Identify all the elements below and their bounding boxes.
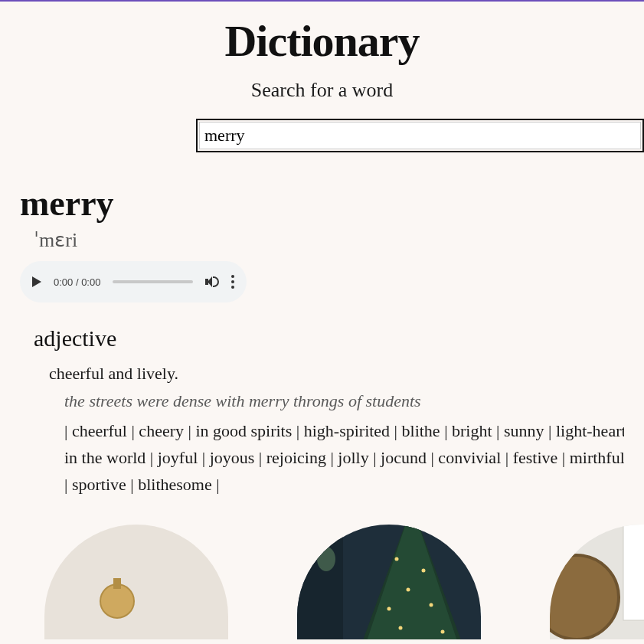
entry-phonetic: ˈmɛri [34,228,624,252]
part-of-speech: adjective [34,325,624,351]
svg-point-16 [441,629,445,633]
svg-point-15 [399,626,403,629]
page-title: Dictionary [0,15,644,67]
entry-word: merry [20,183,624,224]
search-field-inner [199,122,641,149]
svg-point-13 [387,606,391,610]
example-sentence: the streets were dense with merry throng… [64,391,624,411]
svg-rect-21 [623,525,644,620]
image-thumbnail[interactable] [44,525,228,639]
definition: cheerful and lively. [49,364,624,384]
entry: merry ˈmɛri 0:00 / 0:00 adjective cheerf… [0,183,644,639]
svg-rect-7 [297,525,343,639]
image-thumbnail[interactable] [297,525,481,639]
audio-progress[interactable] [113,280,193,283]
synonym-line: | cheerful | cheery | in good spirits | … [64,417,624,444]
synonym-line: | sportive | blithesome | [64,471,624,498]
svg-rect-3 [113,578,121,589]
page-container: Dictionary Search for a word merry ˈmɛri… [0,2,644,639]
audio-player: 0:00 / 0:00 [20,261,247,302]
synonym-line: in the world | joyful | joyous | rejoici… [64,444,624,471]
synonyms-block: | cheerful | cheery | in good spirits | … [64,417,624,499]
svg-point-12 [407,587,410,591]
search-input[interactable] [200,123,640,149]
audio-time: 0:00 / 0:00 [54,276,100,288]
page-subtitle: Search for a word [0,79,644,102]
svg-point-14 [430,603,433,606]
svg-point-19 [317,547,335,571]
image-row: MA T [44,525,624,639]
search-field-outer [196,119,644,152]
search-wrap [0,119,644,152]
play-icon[interactable] [32,276,41,287]
svg-point-10 [395,557,399,561]
volume-icon[interactable] [205,275,219,289]
more-icon[interactable] [231,275,234,289]
header: Dictionary Search for a word [0,2,644,102]
svg-rect-0 [44,525,228,639]
svg-point-11 [422,568,426,572]
image-thumbnail[interactable]: MA T [550,525,644,639]
